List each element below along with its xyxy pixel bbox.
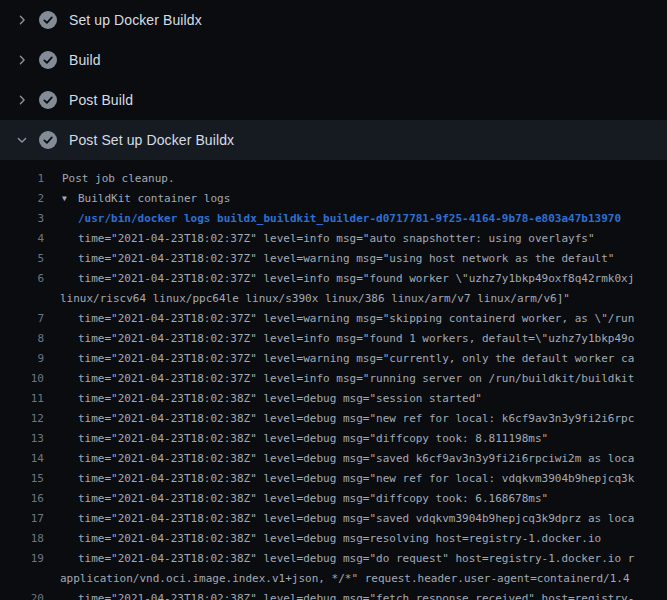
log-text: time="2021-04-23T18:02:38Z" level=debug … [78,532,601,545]
log-text: application/vnd.oci.image.index.v1+json,… [60,572,630,585]
check-circle-icon [39,11,57,29]
log-line-number[interactable]: 7 [0,309,44,329]
log-line[interactable]: 1 Post job cleanup. [0,169,667,189]
log-line[interactable]: 4 time="2021-04-23T18:02:37Z" level=info… [0,229,667,249]
check-circle-icon [39,91,57,109]
log-text: BuildKit container logs [78,192,230,205]
log-line[interactable]: 6 time="2021-04-23T18:02:37Z" level=info… [0,269,667,289]
log-line-number[interactable]: 3 [0,209,44,229]
log-line[interactable]: 16 time="2021-04-23T18:02:38Z" level=deb… [0,489,667,509]
log-text: /usr/bin/docker logs buildx_buildkit_bui… [78,212,621,225]
log-text: time="2021-04-23T18:02:37Z" level=info m… [78,272,634,285]
log-line-number[interactable]: 10 [0,369,44,389]
log-line[interactable]: 12 time="2021-04-23T18:02:38Z" level=deb… [0,409,667,429]
log-text: time="2021-04-23T18:02:38Z" level=debug … [78,492,548,505]
log-line-content: application/vnd.oci.image.index.v1+json,… [60,569,630,589]
workflow-log-panel: Set up Docker Buildx Build P [0,0,667,600]
log-line-number[interactable]: 18 [0,529,44,549]
log-text: time="2021-04-23T18:02:37Z" level=warnin… [78,252,614,265]
step-header[interactable]: Post Build [0,80,667,120]
log-line[interactable]: 11 time="2021-04-23T18:02:38Z" level=deb… [0,389,667,409]
log-text: time="2021-04-23T18:02:38Z" level=debug … [78,552,634,565]
log-line-number[interactable] [0,569,44,589]
chevron-right-icon[interactable] [14,12,30,28]
log-line-content: time="2021-04-23T18:02:38Z" level=debug … [78,409,634,429]
log-line[interactable]: 17 time="2021-04-23T18:02:38Z" level=deb… [0,509,667,529]
step-title: Set up Docker Buildx [69,12,202,28]
step-title: Post Build [69,92,133,108]
log-text: time="2021-04-23T18:02:37Z" level=info m… [78,332,634,345]
log-text: time="2021-04-23T18:02:38Z" level=debug … [78,592,634,600]
log-line[interactable]: 5 time="2021-04-23T18:02:37Z" level=warn… [0,249,667,269]
step-title: Build [69,52,101,68]
log-line[interactable]: 13 time="2021-04-23T18:02:38Z" level=deb… [0,429,667,449]
log-line-content: linux/riscv64 linux/ppc64le linux/s390x … [60,289,570,309]
step-header[interactable]: Set up Docker Buildx [0,0,667,40]
log-text: time="2021-04-23T18:02:38Z" level=debug … [78,452,634,465]
log-line-content: time="2021-04-23T18:02:37Z" level=warnin… [78,249,614,269]
log-line[interactable]: 20 time="2021-04-23T18:02:38Z" level=deb… [0,589,667,600]
log-line-number[interactable]: 4 [0,229,44,249]
log-line-number[interactable] [0,289,44,309]
log-line-content: time="2021-04-23T18:02:38Z" level=debug … [78,389,482,409]
log-line-number[interactable]: 12 [0,409,44,429]
log-line[interactable]: 9 time="2021-04-23T18:02:37Z" level=warn… [0,349,667,369]
log-line-content: time="2021-04-23T18:02:38Z" level=debug … [78,509,634,529]
log-line-content: time="2021-04-23T18:02:38Z" level=debug … [78,429,548,449]
log-text: time="2021-04-23T18:02:38Z" level=debug … [78,392,482,405]
log-line-number[interactable]: 16 [0,489,44,509]
log-text: time="2021-04-23T18:02:38Z" level=debug … [78,512,634,525]
log-line-number[interactable]: 19 [0,549,44,569]
log-text: linux/riscv64 linux/ppc64le linux/s390x … [60,292,570,305]
log-line-content: time="2021-04-23T18:02:37Z" level=info m… [78,229,595,249]
log-text: time="2021-04-23T18:02:37Z" level=info m… [78,232,595,245]
log-line-number[interactable]: 5 [0,249,44,269]
chevron-right-icon[interactable] [14,52,30,68]
log-line[interactable]: 8 time="2021-04-23T18:02:37Z" level=info… [0,329,667,349]
log-line-number[interactable]: 9 [0,349,44,369]
log-line-number[interactable]: 2 [0,189,44,209]
log-line-number[interactable]: 6 [0,269,44,289]
log-line-content: time="2021-04-23T18:02:37Z" level=info m… [78,369,634,389]
step-header[interactable]: Build [0,40,667,80]
log-line-content: time="2021-04-23T18:02:38Z" level=debug … [78,449,634,469]
log-line-number[interactable]: 13 [0,429,44,449]
log-line-number[interactable]: 17 [0,509,44,529]
log-line-number[interactable]: 15 [0,469,44,489]
log-line-content: time="2021-04-23T18:02:38Z" level=debug … [78,549,634,569]
log-line-content: time="2021-04-23T18:02:38Z" level=debug … [78,589,634,600]
log-line[interactable]: 7 time="2021-04-23T18:02:37Z" level=warn… [0,309,667,329]
log-group-toggle-icon[interactable]: ▼ [62,189,78,209]
log-line[interactable]: 15 time="2021-04-23T18:02:38Z" level=deb… [0,469,667,489]
log-line[interactable]: 10 time="2021-04-23T18:02:37Z" level=inf… [0,369,667,389]
log-line[interactable]: 3 /usr/bin/docker logs buildx_buildkit_b… [0,209,667,229]
log-line-content: Post job cleanup. [62,169,175,189]
log-line-number[interactable]: 14 [0,449,44,469]
log-line[interactable]: 19 time="2021-04-23T18:02:38Z" level=deb… [0,549,667,569]
log-text: Post job cleanup. [62,172,175,185]
log-line[interactable]: 14 time="2021-04-23T18:02:38Z" level=deb… [0,449,667,469]
log-line-content: /usr/bin/docker logs buildx_buildkit_bui… [78,209,621,229]
chevron-right-icon[interactable] [14,92,30,108]
log-line[interactable]: 18 time="2021-04-23T18:02:38Z" level=deb… [0,529,667,549]
log-line[interactable]: 2 ▼BuildKit container logs [0,189,667,209]
log-text: time="2021-04-23T18:02:37Z" level=info m… [78,372,634,385]
log-line[interactable]: application/vnd.oci.image.index.v1+json,… [0,569,667,589]
log-line[interactable]: linux/riscv64 linux/ppc64le linux/s390x … [0,289,667,309]
step-header[interactable]: Post Set up Docker Buildx [0,120,667,160]
log-text: time="2021-04-23T18:02:37Z" level=warnin… [78,312,634,325]
log-line-number[interactable]: 11 [0,389,44,409]
chevron-down-icon[interactable] [14,132,30,148]
log-line-number[interactable]: 1 [0,169,44,189]
log-text: time="2021-04-23T18:02:38Z" level=debug … [78,472,634,485]
log-line-number[interactable]: 20 [0,589,44,600]
log-text: time="2021-04-23T18:02:38Z" level=debug … [78,412,634,425]
log-line-number[interactable]: 8 [0,329,44,349]
log-text: time="2021-04-23T18:02:37Z" level=warnin… [78,352,634,365]
log-line-content: time="2021-04-23T18:02:37Z" level=info m… [78,329,634,349]
check-circle-icon [39,51,57,69]
log-line-content: time="2021-04-23T18:02:37Z" level=warnin… [78,349,634,369]
log-viewer: 1 Post job cleanup. 2 ▼BuildKit containe… [0,160,667,600]
log-line-content: time="2021-04-23T18:02:38Z" level=debug … [78,469,634,489]
log-line-content: time="2021-04-23T18:02:38Z" level=debug … [78,529,601,549]
